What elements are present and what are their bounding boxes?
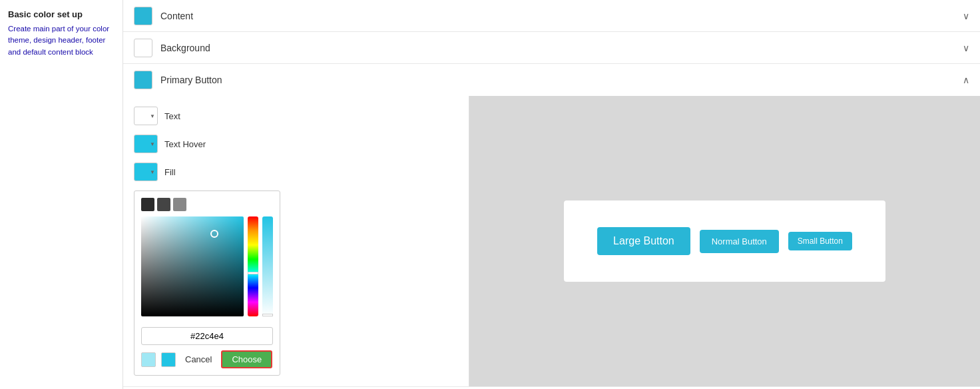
preset-swatch-dark[interactable] [157, 198, 170, 211]
background-label: Background [160, 43, 957, 53]
gradient-picker[interactable] [141, 216, 244, 316]
text-option-row: ▼ Text [134, 107, 458, 125]
preview-panel: Large Button Normal Button Small Button [469, 96, 980, 386]
text-dropdown-arrow: ▼ [150, 113, 155, 119]
preset-swatches [141, 198, 273, 211]
background-swatch [134, 39, 152, 57]
preset-swatch-gray[interactable] [173, 198, 186, 211]
fill-dropdown-arrow: ▼ [150, 169, 155, 175]
background-chevron: ∨ [963, 43, 969, 53]
primary-button-chevron: ∧ [963, 75, 969, 85]
main-content: Content ∨ Background ∨ Primary Button ∧ … [123, 0, 980, 389]
text-hover-color-swatch[interactable]: ▼ [134, 135, 158, 153]
footer-swatch-light [141, 352, 156, 367]
cancel-button[interactable]: Cancel [181, 353, 216, 366]
text-color-swatch[interactable]: ▼ [134, 107, 158, 125]
choose-button[interactable]: Choose [221, 350, 272, 368]
preview-small-button[interactable]: Small Button [788, 232, 852, 250]
text-hover-option-row: ▼ Text Hover [134, 135, 458, 153]
text-hover-dropdown-arrow: ▼ [150, 141, 155, 147]
picker-footer: Cancel Choose [141, 350, 273, 368]
text-hover-option-label: Text Hover [164, 139, 206, 149]
preview-large-button[interactable]: Large Button [597, 227, 690, 255]
footer-swatch-blue [161, 352, 176, 367]
expanded-section: ▼ Text ▼ Text Hover ▼ Fill [123, 96, 980, 387]
hex-input[interactable] [141, 327, 273, 345]
alpha-cursor [262, 314, 273, 316]
content-chevron: ∨ [963, 11, 969, 21]
fill-color-swatch[interactable]: ▼ [134, 163, 158, 181]
sidebar-description: Create main part of your color theme, de… [8, 23, 115, 58]
accordion-row-background[interactable]: Background ∨ [123, 32, 980, 64]
preview-card: Large Button Normal Button Small Button [564, 200, 885, 282]
accordion-row-content[interactable]: Content ∨ [123, 0, 980, 32]
preset-swatch-black[interactable] [141, 198, 154, 211]
picker-row [141, 216, 273, 322]
color-options-panel: ▼ Text ▼ Text Hover ▼ Fill [123, 96, 469, 386]
hue-strip[interactable] [248, 216, 258, 316]
alpha-strip[interactable] [262, 216, 273, 316]
sidebar: Basic color set up Create main part of y… [0, 0, 123, 389]
hue-cursor [248, 272, 258, 274]
accordion-row-primary-button[interactable]: Primary Button ∧ [123, 64, 980, 96]
content-label: Content [160, 11, 957, 21]
preview-normal-button[interactable]: Normal Button [700, 230, 779, 253]
gradient-cursor[interactable] [210, 230, 218, 238]
primary-button-label: Primary Button [160, 75, 957, 85]
color-picker-popup: Cancel Choose [134, 191, 280, 376]
primary-button-swatch [134, 71, 152, 89]
sidebar-title: Basic color set up [8, 9, 115, 19]
text-option-label: Text [164, 111, 180, 121]
fill-option-label: Fill [164, 167, 176, 177]
fill-option-row: ▼ Fill [134, 163, 458, 181]
content-swatch [134, 7, 152, 25]
